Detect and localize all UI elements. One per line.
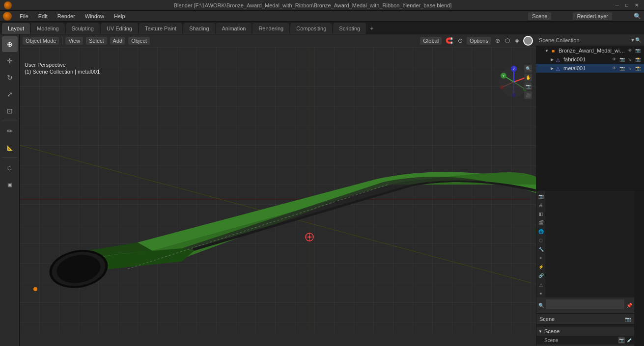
props-icon-scene[interactable]: 🎬 <box>537 219 545 227</box>
menu-item-file[interactable]: File <box>18 12 30 20</box>
camera-button[interactable]: 📷 <box>524 82 532 90</box>
tab-scripting[interactable]: Scripting <box>333 23 366 34</box>
fabric-select-icon[interactable]: ↘ <box>626 56 633 63</box>
tab-rendering[interactable]: Rendering <box>252 23 289 34</box>
viewport[interactable]: Object Mode View Select Add Object Globa… <box>20 34 536 346</box>
props-icon-world[interactable]: 🌐 <box>537 228 545 236</box>
tab-sculpting[interactable]: Sculpting <box>66 23 100 34</box>
outliner-item-fabric[interactable]: ▶ △ fabric001 👁 📷 ↘ 📸 <box>536 55 644 64</box>
props-pin-icon[interactable]: 📌 <box>626 303 632 308</box>
props-icon-output[interactable]: 🖨 <box>537 201 545 209</box>
menu-item-help[interactable]: Help <box>112 12 127 20</box>
collection-icon: ■ <box>550 47 557 54</box>
outliner-title: Scene Collection <box>539 37 630 43</box>
outliner-item-metal[interactable]: ▶ △ metal001 👁 📷 ↘ 📸 <box>536 64 644 73</box>
menu-item-window[interactable]: Window <box>83 12 106 20</box>
unknown-tool[interactable]: ▣ <box>2 177 18 192</box>
tab-uv-editing[interactable]: UV Editing <box>101 23 138 34</box>
fabric-camera-icon[interactable]: 📷 <box>618 56 625 63</box>
outliner-render-icon[interactable]: 📷 <box>634 47 641 54</box>
tab-animation[interactable]: Animation <box>216 23 252 34</box>
add-tool[interactable]: ⬡ <box>2 160 18 176</box>
cursor-tool[interactable]: ⊕ <box>2 36 18 52</box>
proportional-edit-icon[interactable]: ⊙ <box>457 36 464 45</box>
props-icon-material[interactable]: ● <box>537 290 545 297</box>
tab-compositing[interactable]: Compositing <box>290 23 332 34</box>
scale-tool[interactable]: ⤢ <box>2 86 18 102</box>
props-icon-constraints[interactable]: 🔗 <box>537 272 545 280</box>
metal-select-icon[interactable]: ↘ <box>626 65 633 72</box>
menu-item-edit[interactable]: Edit <box>36 12 50 20</box>
props-icon-object[interactable]: ⬡ <box>537 237 545 244</box>
vp-header-sep-1 <box>62 37 62 45</box>
metal-icon: △ <box>555 65 561 72</box>
scene-selector[interactable]: Scene <box>528 12 551 20</box>
props-camera-dropper[interactable]: 💉 <box>627 338 632 343</box>
rotate-tool[interactable]: ↻ <box>2 70 18 85</box>
metal-render-icon[interactable]: 📸 <box>634 65 641 72</box>
snap-icon[interactable]: 🧲 <box>445 36 454 45</box>
collection-expand-icon[interactable]: ▼ <box>545 49 549 53</box>
viewport-header: Object Mode View Select Add Object Globa… <box>20 34 536 47</box>
transform-selector[interactable]: Global <box>420 37 442 45</box>
tab-layout[interactable]: Layout <box>2 23 30 34</box>
props-icon-object-data[interactable]: △ <box>537 281 545 289</box>
props-scene-section-header[interactable]: ▼ Scene <box>536 327 634 336</box>
workspace-tabs: Layout Modeling Sculpting UV Editing Tex… <box>0 22 644 34</box>
props-camera-icon[interactable]: 📷 <box>624 316 631 322</box>
fabric-expand-icon[interactable]: ▶ <box>551 57 554 62</box>
search-icon[interactable]: 🔍 <box>634 13 641 20</box>
camera-2-button[interactable]: 🎥 <box>524 91 532 99</box>
overlay-toggle[interactable]: ⬡ <box>504 36 511 45</box>
props-icon-view-layer[interactable]: ◧ <box>537 210 545 218</box>
transform-tool[interactable]: ⊡ <box>2 103 18 119</box>
close-button[interactable]: ✕ <box>633 2 640 9</box>
add-menu[interactable]: Add <box>110 37 126 45</box>
fabric-render-icon[interactable]: 📸 <box>634 56 641 63</box>
object-menu[interactable]: Object <box>128 37 150 45</box>
maximize-button[interactable]: □ <box>623 2 630 9</box>
viewport-canvas[interactable]: User Perspective (1) Scene Collection | … <box>20 47 536 333</box>
tab-texture-paint[interactable]: Texture Paint <box>139 23 182 34</box>
outliner-search-icon[interactable]: 🔍 <box>635 37 641 43</box>
properties-panel: 📷 🖨 ◧ 🎬 🌐 ⬡ 🔧 ✴ ⚡ 🔗 △ ● 🔍 📌 <box>536 190 634 346</box>
outliner-item-name-fabric: fabric001 <box>563 56 611 62</box>
outliner-item-collection[interactable]: ▼ ■ Bronze_Award_Medal_with_Ribb 👁 📷 <box>536 46 644 55</box>
annotate-tool[interactable]: ✏ <box>2 123 18 139</box>
navigation-gizmo[interactable]: X Y Z <box>497 65 531 99</box>
metal-expand-icon[interactable]: ▶ <box>551 66 554 71</box>
menu-item-render[interactable]: Render <box>56 12 77 20</box>
svg-point-23 <box>500 85 504 89</box>
props-camera-value[interactable]: 📷 <box>618 337 625 344</box>
props-icon-modifier[interactable]: 🔧 <box>537 245 545 253</box>
props-icon-render[interactable]: 📷 <box>537 192 545 200</box>
fabric-visibility-icon[interactable]: 👁 <box>611 56 617 63</box>
props-icon-physics[interactable]: ⚡ <box>537 263 545 271</box>
xray-toggle[interactable]: ◈ <box>514 36 520 45</box>
view-menu[interactable]: View <box>65 37 83 45</box>
outliner-filter-icon[interactable]: ▼ <box>630 37 635 43</box>
metal-visibility-icon[interactable]: 👁 <box>611 65 617 72</box>
object-mode-selector[interactable]: Object Mode <box>23 37 59 45</box>
viewport-gizmo-toggle[interactable]: ⊕ <box>494 36 501 45</box>
move-tool[interactable]: ✛ <box>2 53 18 69</box>
options-button[interactable]: Options <box>467 37 491 45</box>
measure-tool[interactable]: 📐 <box>2 140 18 156</box>
tab-shading[interactable]: Shading <box>183 23 215 34</box>
svg-text:Z: Z <box>513 67 515 71</box>
props-icon-particles[interactable]: ✴ <box>537 254 545 262</box>
view-all-button[interactable]: 🔍 <box>524 65 532 73</box>
select-menu[interactable]: Select <box>86 37 107 45</box>
properties-search-input[interactable] <box>546 299 624 309</box>
toolbar-separator-1 <box>2 121 17 121</box>
frame-selected-button[interactable]: ✋ <box>524 74 532 81</box>
solid-shading-button[interactable] <box>523 36 533 46</box>
add-workspace-button[interactable]: + <box>367 23 377 34</box>
tab-modeling[interactable]: Modeling <box>31 23 65 34</box>
fabric-icon: △ <box>555 56 561 63</box>
outliner-visibility-icon[interactable]: 👁 <box>626 47 633 54</box>
minimize-button[interactable]: ─ <box>614 2 620 9</box>
renderlayer-selector[interactable]: RenderLayer <box>573 12 612 20</box>
metal-camera-icon[interactable]: 📷 <box>618 65 625 72</box>
props-camera-field: Scene 📷 💉 <box>536 336 634 345</box>
